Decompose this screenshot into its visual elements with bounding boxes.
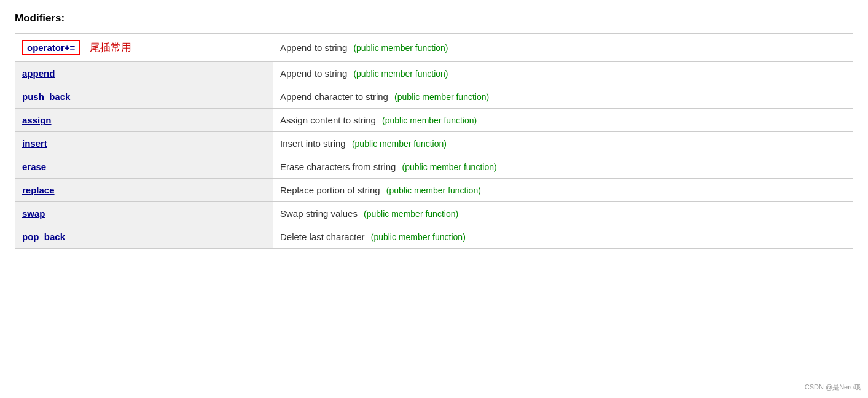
function-link[interactable]: pop_back bbox=[22, 232, 65, 242]
function-link[interactable]: insert bbox=[22, 138, 47, 149]
function-link[interactable]: erase bbox=[22, 162, 46, 172]
function-cell: pop_back bbox=[15, 225, 273, 249]
table-row: replaceReplace portion of string (public… bbox=[15, 179, 853, 202]
member-tag: (public member function) bbox=[402, 162, 497, 172]
chinese-label: 尾插常用 bbox=[90, 42, 131, 53]
description-cell: Assign content to string (public member … bbox=[273, 109, 853, 132]
watermark: CSDN @是Nero哦 bbox=[805, 383, 861, 392]
description-cell: Append to string (public member function… bbox=[273, 62, 853, 85]
function-link[interactable]: append bbox=[22, 68, 55, 79]
function-cell: push_back bbox=[15, 85, 273, 109]
function-link[interactable]: push_back bbox=[22, 92, 70, 102]
table-row: assignAssign content to string (public m… bbox=[15, 109, 853, 132]
table-row: appendAppend to string (public member fu… bbox=[15, 62, 853, 85]
function-cell: operator+=尾插常用 bbox=[15, 34, 273, 62]
description-cell: Replace portion of string (public member… bbox=[273, 179, 853, 202]
description-cell: Insert into string (public member functi… bbox=[273, 132, 853, 155]
table-row: pop_backDelete last character (public me… bbox=[15, 225, 853, 249]
member-tag: (public member function) bbox=[371, 232, 466, 242]
description-text: Insert into string bbox=[280, 138, 348, 149]
member-tag: (public member function) bbox=[352, 139, 447, 149]
table-row: swapSwap string values (public member fu… bbox=[15, 202, 853, 225]
modifiers-title: Modifiers: bbox=[15, 12, 853, 25]
member-tag: (public member function) bbox=[364, 209, 458, 219]
table-row: eraseErase characters from string (publi… bbox=[15, 155, 853, 179]
member-tag: (public member function) bbox=[353, 69, 448, 79]
description-text: Append to string bbox=[280, 42, 350, 53]
table-row: operator+=尾插常用Append to string (public m… bbox=[15, 34, 853, 62]
function-cell: erase bbox=[15, 155, 273, 179]
modifiers-table: operator+=尾插常用Append to string (public m… bbox=[15, 33, 853, 249]
function-cell: swap bbox=[15, 202, 273, 225]
description-cell: Append character to string (public membe… bbox=[273, 85, 853, 109]
function-link[interactable]: swap bbox=[22, 208, 45, 219]
description-cell: Append to string (public member function… bbox=[273, 34, 853, 62]
function-link[interactable]: operator+= bbox=[27, 42, 75, 53]
function-cell: insert bbox=[15, 132, 273, 155]
description-text: Erase characters from string bbox=[280, 162, 399, 172]
description-text: Swap string values bbox=[280, 208, 360, 219]
member-tag: (public member function) bbox=[382, 115, 477, 125]
description-text: Append character to string bbox=[280, 92, 391, 102]
member-tag: (public member function) bbox=[394, 92, 489, 102]
table-row: insertInsert into string (public member … bbox=[15, 132, 853, 155]
description-text: Delete last character bbox=[280, 232, 367, 242]
member-tag: (public member function) bbox=[353, 43, 448, 53]
function-cell: append bbox=[15, 62, 273, 85]
description-text: Replace portion of string bbox=[280, 185, 383, 195]
table-row: push_backAppend character to string (pub… bbox=[15, 85, 853, 109]
function-cell: replace bbox=[15, 179, 273, 202]
function-link[interactable]: assign bbox=[22, 115, 52, 125]
description-cell: Erase characters from string (public mem… bbox=[273, 155, 853, 179]
function-cell: assign bbox=[15, 109, 273, 132]
description-cell: Delete last character (public member fun… bbox=[273, 225, 853, 249]
description-text: Assign content to string bbox=[280, 115, 378, 125]
description-cell: Swap string values (public member functi… bbox=[273, 202, 853, 225]
description-text: Append to string bbox=[280, 68, 350, 79]
function-link[interactable]: replace bbox=[22, 185, 55, 195]
member-tag: (public member function) bbox=[386, 185, 481, 195]
